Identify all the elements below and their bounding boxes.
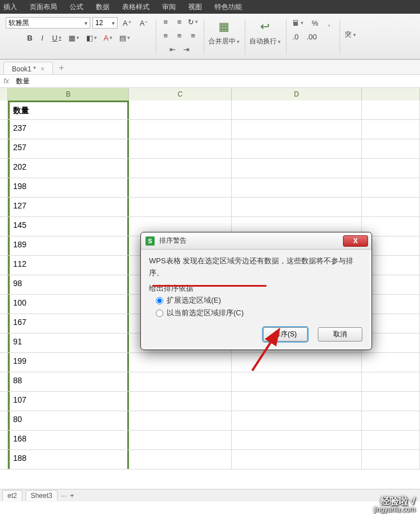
comma-button[interactable]: ,: [324, 17, 335, 29]
col-head-d[interactable]: D: [232, 88, 362, 101]
table-row[interactable]: 202: [0, 159, 420, 178]
sheet-add-icon[interactable]: +: [70, 492, 74, 500]
table-row[interactable]: 88: [0, 372, 420, 392]
wrap-text-button[interactable]: ↩ 自动换行: [248, 16, 281, 57]
menu-layout[interactable]: 页面布局: [30, 2, 57, 12]
menu-data[interactable]: 数据: [96, 2, 110, 12]
radio-current-input[interactable]: [156, 310, 163, 317]
fx-icon[interactable]: fx: [0, 77, 13, 85]
decrease-decimal-icon[interactable]: .00: [304, 31, 320, 42]
watermark-title: 经验啦 √: [374, 497, 415, 506]
cell-value[interactable]: 数量: [8, 101, 129, 119]
align-top-icon[interactable]: ≡: [159, 16, 172, 27]
wrap-group: ↩ 自动换行: [245, 16, 285, 59]
col-head-b[interactable]: B: [8, 88, 129, 101]
table-row[interactable]: 107: [0, 392, 420, 411]
doc-tab[interactable]: Book1 * ×: [3, 62, 53, 74]
radio-expand-selection[interactable]: 扩展选定区域(E): [156, 295, 364, 307]
sheet-more-icon[interactable]: ···: [61, 492, 67, 500]
cell-value[interactable]: 198: [8, 178, 129, 197]
menu-insert[interactable]: 插入: [3, 2, 17, 12]
watermark-url: jingyanla.com: [374, 506, 415, 513]
table-row[interactable]: 237: [0, 120, 420, 139]
col-head-stub[interactable]: [0, 88, 8, 101]
increase-indent-icon[interactable]: ⇥: [180, 43, 192, 55]
align-middle-icon[interactable]: ≡: [173, 16, 185, 27]
decrease-indent-icon[interactable]: ⇤: [166, 43, 179, 55]
table-row[interactable]: 199: [0, 353, 420, 372]
wrap-icon: ↩: [257, 18, 273, 34]
table-row[interactable]: 127: [0, 198, 420, 217]
font-size-select[interactable]: 12: [92, 17, 118, 29]
align-center-icon[interactable]: ≡: [173, 30, 185, 41]
cell-value[interactable]: 189: [8, 236, 129, 255]
cell-value[interactable]: 167: [8, 314, 129, 333]
sort-button[interactable]: 排序(S): [263, 327, 308, 342]
italic-button[interactable]: I: [37, 32, 48, 43]
cell-value[interactable]: 237: [8, 120, 129, 139]
cell-value[interactable]: 145: [8, 217, 129, 236]
cell-value[interactable]: 168: [8, 431, 129, 449]
col-head-c[interactable]: C: [129, 88, 232, 101]
radio-expand-label: 扩展选定区域(E): [167, 295, 221, 307]
cell-value[interactable]: 80: [8, 411, 129, 430]
borders-button[interactable]: ▦: [66, 32, 82, 43]
col-head-e[interactable]: [362, 88, 420, 101]
fill-color-button[interactable]: ◧: [83, 32, 100, 43]
cell-value[interactable]: 202: [8, 159, 129, 178]
table-row[interactable]: 198: [0, 178, 420, 198]
cell-value[interactable]: 100: [8, 295, 129, 314]
menu-style[interactable]: 表格样式: [122, 2, 150, 12]
cell-value[interactable]: 88: [8, 372, 129, 391]
table-row[interactable]: 80: [0, 411, 420, 431]
cell-value[interactable]: 199: [8, 353, 129, 372]
increase-decimal-icon[interactable]: .0: [289, 31, 301, 42]
radio-current-label: 以当前选定区域排序(C): [167, 307, 244, 319]
trailing-group: 突: [340, 16, 361, 59]
table-row[interactable]: 数量: [0, 101, 420, 120]
add-tab-button[interactable]: +: [54, 62, 68, 74]
increase-font-icon[interactable]: A⁺: [120, 17, 135, 29]
column-headers: B C D: [0, 88, 420, 101]
menu-formula[interactable]: 公式: [70, 2, 83, 12]
cell-value[interactable]: 107: [8, 392, 129, 411]
sheet-tab-3[interactable]: Sheet3: [26, 490, 58, 501]
radio-expand-input[interactable]: [156, 297, 163, 304]
table-row[interactable]: 168: [0, 431, 420, 450]
overflow-button[interactable]: 突: [345, 30, 356, 39]
table-row[interactable]: 257: [0, 139, 420, 159]
align-left-icon[interactable]: ≡: [159, 30, 172, 41]
dialog-close-button[interactable]: X: [343, 235, 368, 247]
percent-button[interactable]: %: [309, 17, 321, 29]
menu-special[interactable]: 特色功能: [215, 2, 242, 12]
cell-value[interactable]: 91: [8, 334, 129, 352]
decrease-font-icon[interactable]: A⁻: [137, 17, 152, 29]
menu-view[interactable]: 视图: [188, 2, 202, 12]
formula-bar: fx 数量: [0, 74, 420, 88]
cell-value[interactable]: 112: [8, 256, 129, 275]
number-format-button[interactable]: 🖩: [289, 17, 306, 29]
wps-logo-icon: S: [146, 236, 155, 246]
formula-value[interactable]: 数量: [13, 77, 420, 86]
orientation-icon[interactable]: ↻: [187, 16, 199, 27]
underline-button[interactable]: U: [49, 32, 64, 43]
align-right-icon[interactable]: ≡: [187, 30, 199, 41]
menu-review[interactable]: 审阅: [162, 2, 176, 12]
cell-value[interactable]: 127: [8, 198, 129, 216]
cell-value[interactable]: 257: [8, 139, 129, 158]
cancel-button[interactable]: 取消: [318, 327, 362, 342]
cell-value[interactable]: 188: [8, 450, 129, 469]
close-tab-icon[interactable]: ×: [41, 65, 45, 73]
cell-value[interactable]: 98: [8, 275, 129, 294]
merge-center-button[interactable]: ▦ 合并居中: [207, 16, 240, 57]
highlight-button[interactable]: ▤: [116, 32, 133, 43]
font-color-button[interactable]: A: [101, 32, 116, 43]
spreadsheet-grid[interactable]: B C D 数量23725720219812714518911298100167…: [0, 88, 420, 499]
font-name-select[interactable]: 软雅黑: [6, 17, 90, 29]
annotation-underline: [152, 285, 266, 287]
dialog-titlebar[interactable]: S 排序警告 X: [141, 232, 371, 250]
sheet-tab-2[interactable]: et2: [2, 490, 22, 501]
radio-current-selection[interactable]: 以当前选定区域排序(C): [156, 307, 364, 319]
table-row[interactable]: 188: [0, 450, 420, 469]
bold-button[interactable]: B: [24, 32, 35, 43]
